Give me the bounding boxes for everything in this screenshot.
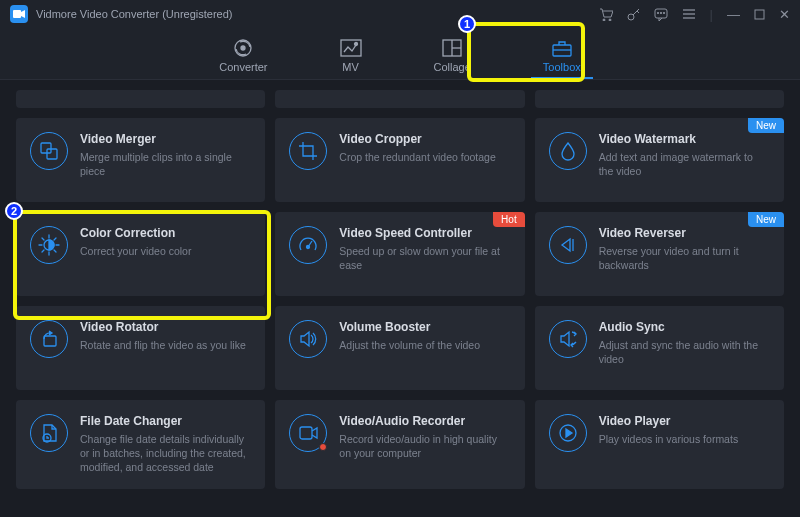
svg-rect-11 bbox=[755, 10, 764, 19]
svg-point-33 bbox=[307, 246, 310, 249]
new-badge: New bbox=[748, 118, 784, 133]
tool-desc: Record video/audio in high quality on yo… bbox=[339, 432, 510, 460]
reverser-icon bbox=[549, 226, 587, 264]
tool-desc: Play videos in various formats bbox=[599, 432, 738, 446]
svg-rect-37 bbox=[300, 427, 312, 439]
tab-collage[interactable]: Collage bbox=[428, 28, 477, 79]
tool-desc: Reverse your video and turn it backwards bbox=[599, 244, 770, 272]
tool-desc: Crop the redundant video footage bbox=[339, 150, 495, 164]
tool-audio-sync[interactable]: Audio Sync Adjust and sync the audio wit… bbox=[535, 306, 784, 390]
minimize-button[interactable]: — bbox=[727, 8, 740, 21]
tab-label: MV bbox=[342, 61, 359, 73]
tool-title: Video Watermark bbox=[599, 132, 770, 146]
tool-desc: Rotate and flip the video as you like bbox=[80, 338, 246, 352]
svg-line-29 bbox=[54, 250, 56, 252]
toolbox-icon bbox=[551, 39, 573, 57]
feedback-icon[interactable] bbox=[654, 8, 668, 21]
watermark-icon bbox=[549, 132, 587, 170]
tool-video-watermark[interactable]: New Video Watermark Add text and image w… bbox=[535, 118, 784, 202]
svg-point-13 bbox=[241, 46, 245, 50]
svg-rect-0 bbox=[13, 10, 21, 18]
tab-label: Collage bbox=[434, 61, 471, 73]
tool-desc: Adjust the volume of the video bbox=[339, 338, 480, 352]
tool-title: Volume Booster bbox=[339, 320, 480, 334]
merger-icon bbox=[30, 132, 68, 170]
svg-point-1 bbox=[603, 19, 605, 21]
key-icon[interactable] bbox=[627, 8, 640, 21]
main-tabs: Converter MV Collage Toolbox bbox=[0, 28, 800, 80]
svg-rect-21 bbox=[41, 143, 51, 153]
cart-icon[interactable] bbox=[599, 8, 613, 21]
tool-volume-booster[interactable]: Volume Booster Adjust the volume of the … bbox=[275, 306, 524, 390]
tool-title: Color Correction bbox=[80, 226, 191, 240]
menu-icon[interactable] bbox=[682, 8, 696, 20]
tab-converter[interactable]: Converter bbox=[213, 28, 273, 79]
tool-title: Video Merger bbox=[80, 132, 251, 146]
app-logo bbox=[10, 5, 28, 23]
collage-icon bbox=[441, 39, 463, 57]
tool-title: Video Speed Controller bbox=[339, 226, 510, 240]
app-title: Vidmore Video Converter (Unregistered) bbox=[36, 8, 599, 20]
tool-file-date-changer[interactable]: File Date Changer Change file date detai… bbox=[16, 400, 265, 489]
toolbox-content: Video Merger Merge multiple clips into a… bbox=[0, 80, 800, 517]
tool-color-correction[interactable]: Color Correction Correct your video colo… bbox=[16, 212, 265, 296]
tool-speed-controller[interactable]: Hot Video Speed Controller Speed up or s… bbox=[275, 212, 524, 296]
tool-title: Video Reverser bbox=[599, 226, 770, 240]
tool-video-rotator[interactable]: Video Rotator Rotate and flip the video … bbox=[16, 306, 265, 390]
svg-point-5 bbox=[657, 12, 658, 13]
svg-point-6 bbox=[660, 12, 661, 13]
tool-card-stub[interactable] bbox=[275, 90, 524, 108]
svg-line-28 bbox=[42, 238, 44, 240]
svg-rect-22 bbox=[47, 149, 57, 159]
close-button[interactable]: ✕ bbox=[779, 8, 790, 21]
tool-title: Video Player bbox=[599, 414, 738, 428]
annotation-number-1: 1 bbox=[458, 15, 476, 33]
svg-point-7 bbox=[663, 12, 664, 13]
tab-label: Toolbox bbox=[543, 61, 581, 73]
color-icon bbox=[30, 226, 68, 264]
tool-desc: Correct your video color bbox=[80, 244, 191, 258]
svg-line-31 bbox=[42, 250, 44, 252]
notification-dot bbox=[319, 443, 327, 451]
audiosync-icon bbox=[549, 320, 587, 358]
window-controls: | — ✕ bbox=[599, 8, 790, 21]
tool-recorder[interactable]: Video/Audio Recorder Record video/audio … bbox=[275, 400, 524, 489]
svg-rect-35 bbox=[44, 336, 56, 346]
titlebar: Vidmore Video Converter (Unregistered) |… bbox=[0, 0, 800, 28]
annotation-number-2: 2 bbox=[5, 202, 23, 220]
tool-video-cropper[interactable]: Video Cropper Crop the redundant video f… bbox=[275, 118, 524, 202]
tool-card-stub[interactable] bbox=[535, 90, 784, 108]
tool-title: Audio Sync bbox=[599, 320, 770, 334]
hot-badge: Hot bbox=[493, 212, 525, 227]
tool-title: File Date Changer bbox=[80, 414, 251, 428]
player-icon bbox=[549, 414, 587, 452]
svg-point-15 bbox=[354, 42, 357, 45]
rotator-icon bbox=[30, 320, 68, 358]
tool-video-reverser[interactable]: New Video Reverser Reverse your video an… bbox=[535, 212, 784, 296]
tool-video-merger[interactable]: Video Merger Merge multiple clips into a… bbox=[16, 118, 265, 202]
svg-line-30 bbox=[54, 238, 56, 240]
recorder-icon bbox=[289, 414, 327, 452]
tool-desc: Change file date details individually or… bbox=[80, 432, 251, 475]
tab-toolbox[interactable]: Toolbox bbox=[537, 28, 587, 79]
tool-title: Video Cropper bbox=[339, 132, 495, 146]
tab-label: Converter bbox=[219, 61, 267, 73]
mv-icon bbox=[340, 39, 362, 57]
tool-video-player[interactable]: Video Player Play videos in various form… bbox=[535, 400, 784, 489]
tool-desc: Merge multiple clips into a single piece bbox=[80, 150, 251, 178]
tool-desc: Speed up or slow down your file at ease bbox=[339, 244, 510, 272]
tool-card-stub[interactable] bbox=[16, 90, 265, 108]
tool-title: Video Rotator bbox=[80, 320, 246, 334]
tab-mv[interactable]: MV bbox=[334, 28, 368, 79]
tool-desc: Adjust and sync the audio with the video bbox=[599, 338, 770, 366]
svg-point-2 bbox=[609, 19, 611, 21]
svg-rect-14 bbox=[341, 40, 361, 56]
speed-icon bbox=[289, 226, 327, 264]
maximize-button[interactable] bbox=[754, 9, 765, 20]
tool-desc: Add text and image watermark to the vide… bbox=[599, 150, 770, 178]
filedate-icon bbox=[30, 414, 68, 452]
new-badge: New bbox=[748, 212, 784, 227]
tool-title: Video/Audio Recorder bbox=[339, 414, 510, 428]
volume-icon bbox=[289, 320, 327, 358]
cropper-icon bbox=[289, 132, 327, 170]
